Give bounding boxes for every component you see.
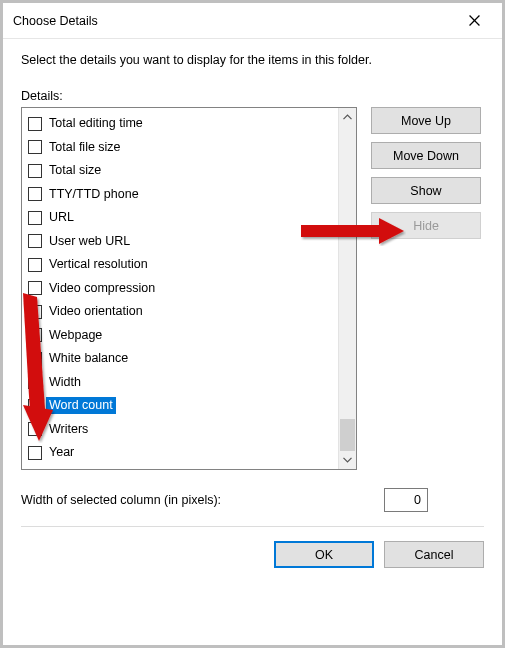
list-item-label: Width [46, 374, 84, 391]
chevron-up-icon [343, 114, 352, 120]
checkbox[interactable] [28, 305, 42, 319]
title-bar: Choose Details [3, 3, 502, 39]
scrollbar-thumb[interactable] [340, 419, 355, 451]
checkbox[interactable] [28, 140, 42, 154]
cancel-button[interactable]: Cancel [384, 541, 484, 568]
list-item-label: Video compression [46, 280, 158, 297]
window-title: Choose Details [13, 14, 98, 28]
list-item-label: TTY/TTD phone [46, 186, 142, 203]
list-item-label: User web URL [46, 233, 133, 250]
checkbox[interactable] [28, 234, 42, 248]
checkbox[interactable] [28, 211, 42, 225]
instruction-text: Select the details you want to display f… [21, 53, 484, 67]
details-listbox[interactable]: Total editing timeTotal file sizeTotal s… [21, 107, 357, 470]
width-row: Width of selected column (in pixels): 0 [21, 488, 484, 512]
checkbox[interactable] [28, 446, 42, 460]
list-item[interactable]: Total editing time [26, 112, 334, 136]
list-item[interactable]: TTY/TTD phone [26, 183, 334, 207]
middle-row: Total editing timeTotal file sizeTotal s… [21, 107, 484, 470]
close-button[interactable] [452, 6, 496, 36]
list-item-label: White balance [46, 350, 131, 367]
details-label: Details: [21, 89, 484, 103]
close-icon [469, 15, 480, 26]
list-item-label: Writers [46, 421, 91, 438]
ok-button[interactable]: OK [274, 541, 374, 568]
list-item-label: Year [46, 444, 77, 461]
checkbox[interactable] [28, 117, 42, 131]
scroll-down-button[interactable] [339, 451, 356, 469]
list-item[interactable]: Writers [26, 418, 334, 442]
checkbox[interactable] [28, 281, 42, 295]
checkbox[interactable] [28, 164, 42, 178]
scrollbar-vertical[interactable] [338, 108, 356, 469]
list-item[interactable]: Webpage [26, 324, 334, 348]
width-input[interactable]: 0 [384, 488, 428, 512]
list-item-label: Total editing time [46, 115, 146, 132]
divider [21, 526, 484, 527]
list-item[interactable]: Width [26, 371, 334, 395]
list-item[interactable]: Word count [26, 394, 334, 418]
checkbox[interactable] [28, 375, 42, 389]
scroll-up-button[interactable] [339, 108, 356, 126]
checkbox[interactable] [28, 258, 42, 272]
list-item[interactable]: White balance [26, 347, 334, 371]
move-down-button[interactable]: Move Down [371, 142, 481, 169]
list-item[interactable]: Vertical resolution [26, 253, 334, 277]
list-item-label: Total file size [46, 139, 124, 156]
details-list-inner: Total editing timeTotal file sizeTotal s… [22, 108, 338, 469]
list-item[interactable]: Video compression [26, 277, 334, 301]
list-item-label: Webpage [46, 327, 105, 344]
hide-button: Hide [371, 212, 481, 239]
scrollbar-track[interactable] [339, 126, 356, 451]
move-up-button[interactable]: Move Up [371, 107, 481, 134]
dialog-button-row: OK Cancel [21, 541, 484, 568]
checkbox[interactable] [28, 399, 42, 413]
width-label: Width of selected column (in pixels): [21, 493, 221, 507]
list-item-label: Video orientation [46, 303, 146, 320]
list-item[interactable]: User web URL [26, 230, 334, 254]
list-item[interactable]: Year [26, 441, 334, 465]
side-button-column: Move Up Move Down Show Hide [371, 107, 481, 470]
list-item[interactable]: Total file size [26, 136, 334, 160]
list-item-label: Word count [46, 397, 116, 414]
checkbox[interactable] [28, 187, 42, 201]
chevron-down-icon [343, 457, 352, 463]
list-item-label: URL [46, 209, 77, 226]
list-item-label: Vertical resolution [46, 256, 151, 273]
checkbox[interactable] [28, 422, 42, 436]
show-button[interactable]: Show [371, 177, 481, 204]
checkbox[interactable] [28, 328, 42, 342]
list-item[interactable]: Video orientation [26, 300, 334, 324]
checkbox[interactable] [28, 352, 42, 366]
list-item-label: Total size [46, 162, 104, 179]
list-item[interactable]: Total size [26, 159, 334, 183]
dialog-content: Select the details you want to display f… [3, 39, 502, 578]
list-item[interactable]: URL [26, 206, 334, 230]
